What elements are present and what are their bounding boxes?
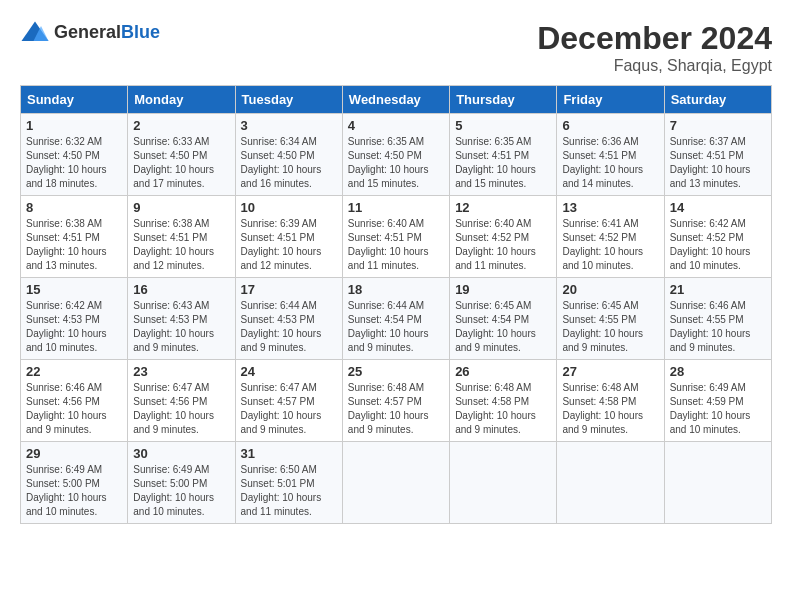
col-saturday: Saturday: [664, 86, 771, 114]
logo-text-general: General: [54, 22, 121, 42]
col-thursday: Thursday: [450, 86, 557, 114]
day-number: 27: [562, 364, 658, 379]
day-info: Sunrise: 6:46 AM Sunset: 4:56 PM Dayligh…: [26, 381, 122, 437]
day-info: Sunrise: 6:48 AM Sunset: 4:58 PM Dayligh…: [562, 381, 658, 437]
day-number: 14: [670, 200, 766, 215]
calendar-week-row: 22Sunrise: 6:46 AM Sunset: 4:56 PM Dayli…: [21, 360, 772, 442]
calendar: Sunday Monday Tuesday Wednesday Thursday…: [20, 85, 772, 524]
table-row: 24Sunrise: 6:47 AM Sunset: 4:57 PM Dayli…: [235, 360, 342, 442]
col-tuesday: Tuesday: [235, 86, 342, 114]
table-row: 20Sunrise: 6:45 AM Sunset: 4:55 PM Dayli…: [557, 278, 664, 360]
day-number: 18: [348, 282, 444, 297]
table-row: [342, 442, 449, 524]
table-row: 9Sunrise: 6:38 AM Sunset: 4:51 PM Daylig…: [128, 196, 235, 278]
day-number: 28: [670, 364, 766, 379]
calendar-header-row: Sunday Monday Tuesday Wednesday Thursday…: [21, 86, 772, 114]
day-info: Sunrise: 6:44 AM Sunset: 4:54 PM Dayligh…: [348, 299, 444, 355]
table-row: 26Sunrise: 6:48 AM Sunset: 4:58 PM Dayli…: [450, 360, 557, 442]
day-number: 7: [670, 118, 766, 133]
day-info: Sunrise: 6:48 AM Sunset: 4:58 PM Dayligh…: [455, 381, 551, 437]
day-info: Sunrise: 6:35 AM Sunset: 4:51 PM Dayligh…: [455, 135, 551, 191]
day-info: Sunrise: 6:41 AM Sunset: 4:52 PM Dayligh…: [562, 217, 658, 273]
day-number: 29: [26, 446, 122, 461]
table-row: 25Sunrise: 6:48 AM Sunset: 4:57 PM Dayli…: [342, 360, 449, 442]
table-row: 15Sunrise: 6:42 AM Sunset: 4:53 PM Dayli…: [21, 278, 128, 360]
day-number: 26: [455, 364, 551, 379]
day-number: 19: [455, 282, 551, 297]
calendar-week-row: 15Sunrise: 6:42 AM Sunset: 4:53 PM Dayli…: [21, 278, 772, 360]
calendar-week-row: 1Sunrise: 6:32 AM Sunset: 4:50 PM Daylig…: [21, 114, 772, 196]
day-number: 9: [133, 200, 229, 215]
day-info: Sunrise: 6:37 AM Sunset: 4:51 PM Dayligh…: [670, 135, 766, 191]
table-row: 21Sunrise: 6:46 AM Sunset: 4:55 PM Dayli…: [664, 278, 771, 360]
day-info: Sunrise: 6:40 AM Sunset: 4:51 PM Dayligh…: [348, 217, 444, 273]
day-info: Sunrise: 6:50 AM Sunset: 5:01 PM Dayligh…: [241, 463, 337, 519]
day-number: 24: [241, 364, 337, 379]
day-number: 10: [241, 200, 337, 215]
day-number: 15: [26, 282, 122, 297]
table-row: 13Sunrise: 6:41 AM Sunset: 4:52 PM Dayli…: [557, 196, 664, 278]
title-area: December 2024 Faqus, Sharqia, Egypt: [537, 20, 772, 75]
table-row: 4Sunrise: 6:35 AM Sunset: 4:50 PM Daylig…: [342, 114, 449, 196]
day-number: 16: [133, 282, 229, 297]
day-info: Sunrise: 6:46 AM Sunset: 4:55 PM Dayligh…: [670, 299, 766, 355]
day-info: Sunrise: 6:49 AM Sunset: 4:59 PM Dayligh…: [670, 381, 766, 437]
col-sunday: Sunday: [21, 86, 128, 114]
day-number: 12: [455, 200, 551, 215]
day-info: Sunrise: 6:32 AM Sunset: 4:50 PM Dayligh…: [26, 135, 122, 191]
logo: GeneralBlue: [20, 20, 160, 44]
day-number: 8: [26, 200, 122, 215]
table-row: 17Sunrise: 6:44 AM Sunset: 4:53 PM Dayli…: [235, 278, 342, 360]
table-row: 5Sunrise: 6:35 AM Sunset: 4:51 PM Daylig…: [450, 114, 557, 196]
day-number: 13: [562, 200, 658, 215]
table-row: [450, 442, 557, 524]
location-title: Faqus, Sharqia, Egypt: [537, 57, 772, 75]
day-info: Sunrise: 6:33 AM Sunset: 4:50 PM Dayligh…: [133, 135, 229, 191]
logo-icon: [20, 20, 50, 44]
table-row: 7Sunrise: 6:37 AM Sunset: 4:51 PM Daylig…: [664, 114, 771, 196]
day-info: Sunrise: 6:45 AM Sunset: 4:55 PM Dayligh…: [562, 299, 658, 355]
day-info: Sunrise: 6:36 AM Sunset: 4:51 PM Dayligh…: [562, 135, 658, 191]
day-number: 3: [241, 118, 337, 133]
day-info: Sunrise: 6:34 AM Sunset: 4:50 PM Dayligh…: [241, 135, 337, 191]
col-wednesday: Wednesday: [342, 86, 449, 114]
day-number: 4: [348, 118, 444, 133]
day-info: Sunrise: 6:43 AM Sunset: 4:53 PM Dayligh…: [133, 299, 229, 355]
table-row: 23Sunrise: 6:47 AM Sunset: 4:56 PM Dayli…: [128, 360, 235, 442]
calendar-week-row: 8Sunrise: 6:38 AM Sunset: 4:51 PM Daylig…: [21, 196, 772, 278]
day-info: Sunrise: 6:40 AM Sunset: 4:52 PM Dayligh…: [455, 217, 551, 273]
table-row: 29Sunrise: 6:49 AM Sunset: 5:00 PM Dayli…: [21, 442, 128, 524]
table-row: [664, 442, 771, 524]
day-number: 1: [26, 118, 122, 133]
day-number: 21: [670, 282, 766, 297]
day-info: Sunrise: 6:42 AM Sunset: 4:53 PM Dayligh…: [26, 299, 122, 355]
table-row: 6Sunrise: 6:36 AM Sunset: 4:51 PM Daylig…: [557, 114, 664, 196]
day-info: Sunrise: 6:47 AM Sunset: 4:57 PM Dayligh…: [241, 381, 337, 437]
day-number: 25: [348, 364, 444, 379]
day-number: 11: [348, 200, 444, 215]
day-info: Sunrise: 6:39 AM Sunset: 4:51 PM Dayligh…: [241, 217, 337, 273]
table-row: 16Sunrise: 6:43 AM Sunset: 4:53 PM Dayli…: [128, 278, 235, 360]
day-info: Sunrise: 6:38 AM Sunset: 4:51 PM Dayligh…: [26, 217, 122, 273]
table-row: [557, 442, 664, 524]
table-row: 1Sunrise: 6:32 AM Sunset: 4:50 PM Daylig…: [21, 114, 128, 196]
table-row: 30Sunrise: 6:49 AM Sunset: 5:00 PM Dayli…: [128, 442, 235, 524]
logo-text-blue: Blue: [121, 22, 160, 42]
day-info: Sunrise: 6:38 AM Sunset: 4:51 PM Dayligh…: [133, 217, 229, 273]
day-info: Sunrise: 6:48 AM Sunset: 4:57 PM Dayligh…: [348, 381, 444, 437]
day-info: Sunrise: 6:49 AM Sunset: 5:00 PM Dayligh…: [26, 463, 122, 519]
table-row: 19Sunrise: 6:45 AM Sunset: 4:54 PM Dayli…: [450, 278, 557, 360]
table-row: 28Sunrise: 6:49 AM Sunset: 4:59 PM Dayli…: [664, 360, 771, 442]
table-row: 11Sunrise: 6:40 AM Sunset: 4:51 PM Dayli…: [342, 196, 449, 278]
day-number: 30: [133, 446, 229, 461]
table-row: 12Sunrise: 6:40 AM Sunset: 4:52 PM Dayli…: [450, 196, 557, 278]
day-number: 6: [562, 118, 658, 133]
col-monday: Monday: [128, 86, 235, 114]
day-info: Sunrise: 6:35 AM Sunset: 4:50 PM Dayligh…: [348, 135, 444, 191]
day-number: 23: [133, 364, 229, 379]
day-number: 2: [133, 118, 229, 133]
col-friday: Friday: [557, 86, 664, 114]
day-number: 22: [26, 364, 122, 379]
month-title: December 2024: [537, 20, 772, 57]
table-row: 2Sunrise: 6:33 AM Sunset: 4:50 PM Daylig…: [128, 114, 235, 196]
